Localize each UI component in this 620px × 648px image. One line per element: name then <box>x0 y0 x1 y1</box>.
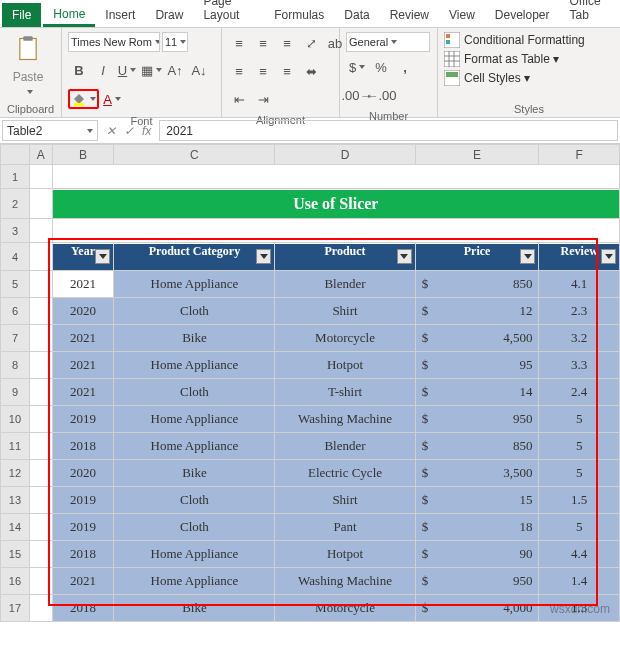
row-header[interactable]: 10 <box>1 406 30 433</box>
table-cell[interactable]: Shirt <box>275 298 414 324</box>
filter-button[interactable] <box>520 249 535 264</box>
table-cell[interactable]: 5 <box>539 433 619 459</box>
table-cell[interactable]: $4,000 <box>416 595 539 621</box>
table-cell[interactable]: 1.4 <box>539 568 619 594</box>
table-cell[interactable]: Bike <box>114 460 274 486</box>
table-cell[interactable]: 3.3 <box>539 352 619 378</box>
tab-insert[interactable]: Insert <box>95 3 145 27</box>
tab-home[interactable]: Home <box>43 2 95 27</box>
table-cell[interactable]: Blender <box>275 271 414 297</box>
row-header[interactable]: 6 <box>1 298 30 325</box>
table-cell[interactable]: Bike <box>114 325 274 351</box>
paste-button[interactable]: Paste <box>6 32 50 96</box>
align-left-button[interactable]: ≡ <box>228 60 250 82</box>
filter-button[interactable] <box>95 249 110 264</box>
align-middle-button[interactable]: ≡ <box>252 32 274 54</box>
table-cell[interactable]: 5 <box>539 514 619 540</box>
merge-button[interactable]: ⬌ <box>300 60 322 82</box>
table-cell[interactable]: $18 <box>416 514 539 540</box>
orientation-button[interactable]: ⤢ <box>300 32 322 54</box>
row-header[interactable]: 14 <box>1 514 30 541</box>
table-cell[interactable]: 5 <box>539 406 619 432</box>
table-cell[interactable]: 1.5 <box>539 487 619 513</box>
table-cell[interactable]: Bike <box>114 595 274 621</box>
table-cell[interactable]: Cloth <box>114 514 274 540</box>
enter-icon[interactable]: ✓ <box>124 124 134 138</box>
row-header[interactable]: 4 <box>1 243 30 271</box>
table-cell[interactable]: Shirt <box>275 487 414 513</box>
underline-button[interactable]: U <box>116 59 138 81</box>
table-cell[interactable]: 2.4 <box>539 379 619 405</box>
row-header[interactable]: 17 <box>1 595 30 622</box>
row-header[interactable]: 13 <box>1 487 30 514</box>
filter-button[interactable] <box>256 249 271 264</box>
table-cell[interactable]: 2021 <box>53 325 114 351</box>
row-header[interactable]: 9 <box>1 379 30 406</box>
row-header[interactable]: 12 <box>1 460 30 487</box>
tab-review[interactable]: Review <box>380 3 439 27</box>
align-center-button[interactable]: ≡ <box>252 60 274 82</box>
tab-draw[interactable]: Draw <box>145 3 193 27</box>
table-cell[interactable]: Home Appliance <box>114 352 274 378</box>
table-cell[interactable]: Home Appliance <box>114 433 274 459</box>
filter-button[interactable] <box>601 249 616 264</box>
table-cell[interactable]: T-shirt <box>275 379 414 405</box>
table-cell[interactable]: 2019 <box>53 406 114 432</box>
table-cell[interactable]: Pant <box>275 514 414 540</box>
tab-developer[interactable]: Developer <box>485 3 560 27</box>
col-header[interactable]: A <box>29 145 52 165</box>
row-header[interactable]: 2 <box>1 189 30 219</box>
table-cell[interactable]: Hotpot <box>275 541 414 567</box>
table-cell[interactable]: 2.3 <box>539 298 619 324</box>
table-cell[interactable]: 2021 <box>53 568 114 594</box>
table-cell[interactable]: $14 <box>416 379 539 405</box>
table-cell[interactable]: Home Appliance <box>114 271 274 297</box>
table-cell[interactable]: Home Appliance <box>114 568 274 594</box>
table-cell[interactable]: 2018 <box>53 541 114 567</box>
fx-icon[interactable]: fx <box>142 124 151 138</box>
increase-indent-button[interactable]: ⇥ <box>252 88 274 110</box>
font-color-button[interactable]: A <box>101 88 123 110</box>
row-header[interactable]: 11 <box>1 433 30 460</box>
table-cell[interactable]: Cloth <box>114 487 274 513</box>
table-cell[interactable]: Cloth <box>114 298 274 324</box>
table-cell[interactable]: $15 <box>416 487 539 513</box>
table-cell[interactable]: 2021 <box>53 379 114 405</box>
row-header[interactable]: 15 <box>1 541 30 568</box>
font-size-combo[interactable]: 11 <box>162 32 188 52</box>
select-all-corner[interactable] <box>1 145 30 165</box>
tab-view[interactable]: View <box>439 3 485 27</box>
name-box[interactable]: Table2 <box>2 120 98 141</box>
table-cell[interactable]: $4,500 <box>416 325 539 351</box>
table-cell[interactable]: $3,500 <box>416 460 539 486</box>
table-cell[interactable]: Home Appliance <box>114 406 274 432</box>
row-header[interactable]: 5 <box>1 271 30 298</box>
table-cell[interactable]: $850 <box>416 271 539 297</box>
table-cell[interactable]: 4.4 <box>539 541 619 567</box>
align-top-button[interactable]: ≡ <box>228 32 250 54</box>
table-cell[interactable]: Home Appliance <box>114 541 274 567</box>
row-header[interactable]: 16 <box>1 568 30 595</box>
row-header[interactable]: 3 <box>1 219 30 243</box>
table-cell[interactable]: 2020 <box>53 298 114 324</box>
table-cell[interactable]: $950 <box>416 568 539 594</box>
col-header[interactable]: F <box>539 145 620 165</box>
cancel-icon[interactable]: ✕ <box>106 124 116 138</box>
table-cell[interactable]: 2020 <box>53 460 114 486</box>
increase-font-button[interactable]: A↑ <box>164 59 186 81</box>
tab-office-tab[interactable]: Office Tab <box>560 0 620 27</box>
align-right-button[interactable]: ≡ <box>276 60 298 82</box>
decrease-decimal-button[interactable]: ←.00 <box>370 84 392 106</box>
table-cell[interactable]: Motorcycle <box>275 325 414 351</box>
table-cell[interactable]: 2021 <box>53 352 114 378</box>
bold-button[interactable]: B <box>68 59 90 81</box>
border-button[interactable]: ▦ <box>140 59 162 81</box>
fill-color-button[interactable] <box>68 89 99 109</box>
table-cell[interactable]: 2019 <box>53 487 114 513</box>
formula-input[interactable]: 2021 <box>159 120 618 141</box>
table-cell[interactable]: $950 <box>416 406 539 432</box>
table-cell[interactable]: Hotpot <box>275 352 414 378</box>
italic-button[interactable]: I <box>92 59 114 81</box>
currency-button[interactable]: $ <box>346 56 368 78</box>
tab-page-layout[interactable]: Page Layout <box>193 0 264 27</box>
